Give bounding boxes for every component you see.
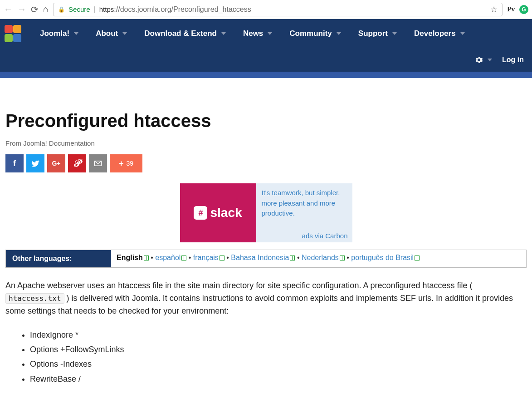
accent-bar [0, 74, 532, 78]
language-flag-icon [290, 256, 295, 260]
nav-label: Community [289, 29, 332, 38]
chevron-down-icon [392, 32, 397, 35]
ad-via-link[interactable]: ads via Carbon [262, 232, 348, 240]
language-flag-icon [220, 256, 225, 260]
chevron-down-icon [488, 59, 492, 61]
address-bar[interactable]: 🔒 Secure | https://docs.joomla.org/Preco… [53, 3, 503, 16]
nav-label: Download & Extend [144, 29, 217, 38]
nav-about[interactable]: About [96, 29, 127, 38]
separator: • [149, 254, 156, 261]
twitter-icon [31, 159, 39, 167]
url-separator: | [94, 5, 96, 14]
separator: • [345, 254, 351, 261]
chevron-down-icon [122, 32, 127, 35]
language-option[interactable]: español [155, 254, 181, 261]
reload-button[interactable]: ⟳ [31, 4, 39, 15]
back-button: ← [4, 4, 13, 15]
share-count: 39 [126, 160, 133, 167]
nav-label: Developers [414, 29, 456, 38]
facebook-icon: f [13, 159, 16, 168]
language-label: Other languages: [6, 250, 111, 267]
language-selector: Other languages: English • español • fra… [5, 250, 527, 268]
nav-download-extend[interactable]: Download & Extend [144, 29, 226, 38]
plus-icon: + [119, 159, 124, 168]
nav-label: News [243, 29, 263, 38]
forward-button: → [17, 4, 26, 15]
language-option[interactable]: English [117, 254, 143, 261]
language-option[interactable]: português do Brasil [351, 254, 414, 261]
intro-paragraph: An Apache webserver uses an htaccess fil… [5, 280, 527, 318]
language-option[interactable]: Nederlands [302, 254, 339, 261]
chevron-down-icon [337, 32, 341, 35]
page-title: Preconfigured htaccess [5, 111, 527, 131]
separator: • [295, 254, 302, 261]
primary-nav: Joomla! About Download & Extend News Com… [0, 19, 532, 48]
code-filename: htaccess.txt [5, 293, 64, 304]
nav-joomla[interactable]: Joomla! [40, 29, 78, 38]
list-item: RewriteBase / [30, 372, 527, 386]
extension-grammarly-icon[interactable]: G [519, 5, 528, 14]
ad-image: # slack [180, 183, 256, 242]
separator: • [225, 254, 231, 261]
login-link[interactable]: Log in [502, 56, 524, 64]
utility-nav: Log in [0, 48, 532, 72]
secure-label: Secure [68, 5, 90, 13]
nav-developers[interactable]: Developers [414, 29, 465, 38]
language-flag-icon [144, 256, 149, 260]
carbon-ad[interactable]: # slack It's teamwork, but simpler, more… [180, 183, 352, 242]
text: An Apache webserver uses an htaccess fil… [5, 281, 473, 290]
nav-label: Support [358, 29, 388, 38]
share-more-button[interactable]: +39 [110, 154, 142, 172]
settings-menu[interactable] [475, 56, 492, 64]
nav-news[interactable]: News [243, 29, 272, 38]
ad-body: It's teamwork, but simpler, more pleasan… [256, 183, 352, 242]
chevron-down-icon [460, 32, 465, 35]
ad-text: It's teamwork, but simpler, more pleasan… [262, 188, 348, 219]
gear-icon [475, 56, 483, 64]
text: ) is delivered with Joomla. It contains … [5, 294, 513, 315]
language-option[interactable]: français [193, 254, 219, 261]
browser-toolbar: ← → ⟳ ⌂ 🔒 Secure | https://docs.joomla.o… [0, 0, 532, 19]
googleplus-icon: G+ [52, 160, 60, 167]
language-flag-icon [181, 256, 186, 260]
site-header: Joomla! About Download & Extend News Com… [0, 19, 532, 74]
ad-brand: slack [210, 206, 242, 220]
home-button[interactable]: ⌂ [43, 4, 49, 15]
language-list: English • español • français • Bahasa In… [111, 250, 526, 267]
url-text: https://docs.joomla.org/Preconfigured_ht… [99, 5, 251, 14]
page-subtitle: From Joomla! Documentation [5, 139, 527, 147]
language-flag-icon [340, 256, 345, 260]
share-facebook-button[interactable]: f [5, 154, 24, 172]
joomla-logo[interactable] [5, 25, 23, 42]
chevron-down-icon [221, 32, 226, 35]
nav-support[interactable]: Support [358, 29, 397, 38]
settings-list: IndexIgnore *Options +FollowSymLinksOpti… [30, 328, 527, 387]
language-option[interactable]: Bahasa Indonesia [231, 254, 289, 261]
lock-icon: 🔒 [58, 6, 65, 13]
nav-label: Joomla! [40, 29, 69, 38]
bookmark-star-icon[interactable]: ☆ [490, 5, 498, 15]
share-pinterest-button[interactable]: 𝒫 [68, 154, 86, 172]
share-googleplus-button[interactable]: G+ [47, 154, 65, 172]
nav-community[interactable]: Community [289, 29, 341, 38]
nav-label: About [96, 29, 118, 38]
share-bar: f G+ 𝒫 +39 [5, 154, 527, 172]
email-icon [94, 160, 102, 167]
language-flag-icon [415, 256, 420, 260]
pinterest-icon: 𝒫 [73, 157, 81, 169]
extension-pv-icon[interactable]: Pv [507, 5, 515, 13]
list-item: Options -Indexes [30, 357, 527, 371]
share-email-button[interactable] [89, 154, 107, 172]
chevron-down-icon [268, 32, 272, 35]
slack-hash-icon: # [194, 206, 207, 220]
separator: • [186, 254, 193, 261]
list-item: Options +FollowSymLinks [30, 342, 527, 357]
chevron-down-icon [74, 32, 78, 35]
list-item: IndexIgnore * [30, 328, 527, 342]
share-twitter-button[interactable] [26, 154, 44, 172]
main-content: Preconfigured htaccess From Joomla! Docu… [0, 78, 532, 395]
